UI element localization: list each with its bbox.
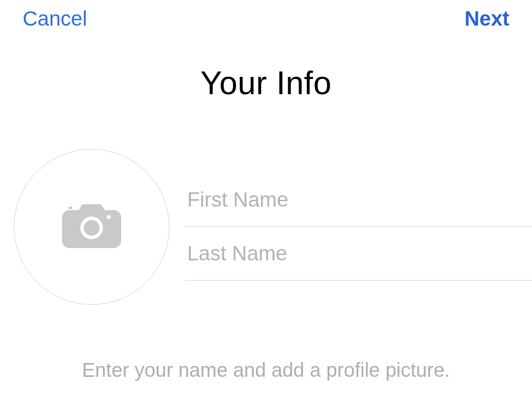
svg-point-2 bbox=[84, 220, 100, 236]
navbar: Cancel Next bbox=[0, 0, 532, 31]
name-fields bbox=[185, 173, 532, 281]
camera-icon bbox=[62, 201, 121, 253]
helper-text: Enter your name and add a profile pictur… bbox=[0, 359, 532, 381]
first-name-input[interactable] bbox=[185, 173, 532, 227]
next-button[interactable]: Next bbox=[465, 7, 509, 31]
svg-rect-0 bbox=[68, 207, 72, 209]
add-profile-picture-button[interactable] bbox=[14, 149, 169, 305]
form-row bbox=[0, 149, 532, 305]
last-name-input[interactable] bbox=[185, 227, 532, 281]
cancel-button[interactable]: Cancel bbox=[23, 7, 87, 31]
page-title: Your Info bbox=[0, 64, 532, 102]
svg-point-3 bbox=[107, 215, 111, 219]
